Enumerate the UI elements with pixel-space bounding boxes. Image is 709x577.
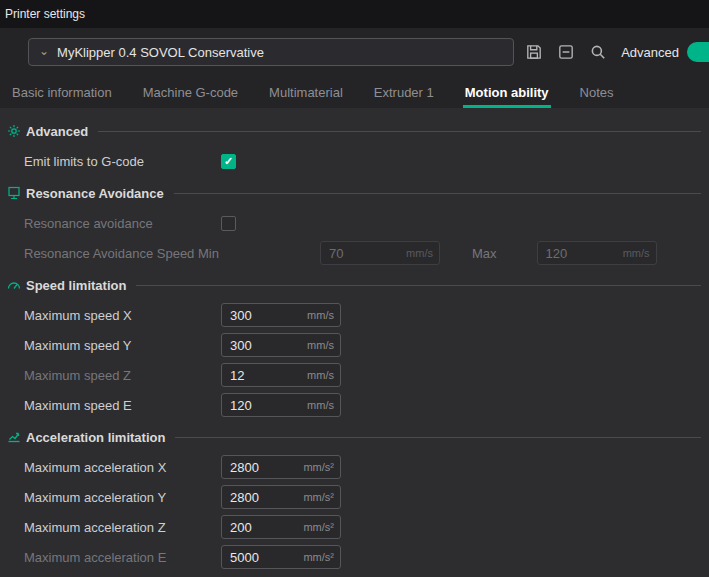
input-unit: mm/s² (303, 521, 340, 533)
printer-settings-window: Printer settings ⌄ MyKlipper 0.4 SOVOL C… (0, 0, 709, 577)
section-rule (175, 437, 701, 438)
input-value: 2800 (222, 460, 303, 475)
input-value: 300 (222, 338, 307, 353)
input-unit: mm/s² (303, 461, 340, 473)
section-title: Speed limitation (26, 278, 126, 293)
input-unit: mm/s (307, 369, 340, 381)
section-title: Resonance Avoidance (26, 186, 164, 201)
input-unit: mm/s² (303, 491, 340, 503)
preset-name: MyKlipper 0.4 SOVOL Conservative (57, 45, 264, 60)
setting-row-max-speed-y: Maximum speed Y 300 mm/s (0, 330, 701, 360)
input-value: 70 (321, 246, 406, 261)
section-speed-limitation: Speed limitation (0, 272, 701, 298)
setting-row-emit-limits: Emit limits to G-code (0, 146, 701, 176)
resonance-speed-max-input[interactable]: 120 mm/s (537, 241, 657, 265)
setting-label: Maximum speed Z (24, 368, 221, 383)
tab-machine-gcode[interactable]: Machine G-code (141, 85, 240, 108)
setting-row-resonance-avoidance: Resonance avoidance (0, 208, 701, 238)
section-rule (174, 193, 701, 194)
setting-label-text: Resonance Avoidance Speed (24, 246, 194, 261)
setting-row-max-accel-y: Maximum acceleration Y 2800 mm/s² (0, 482, 701, 512)
minus-square-icon (557, 43, 575, 61)
tabbar: Basic information Machine G-code Multima… (0, 76, 709, 108)
max-speed-e-input[interactable]: 120 mm/s (221, 393, 341, 417)
max-speed-z-input[interactable]: 12 mm/s (221, 363, 341, 387)
max-speed-x-input[interactable]: 300 mm/s (221, 303, 341, 327)
setting-label: Maximum acceleration X (24, 460, 221, 475)
max-accel-y-input[interactable]: 2800 mm/s² (221, 485, 341, 509)
section-acceleration-limitation: Acceleration limitation (0, 424, 701, 450)
setting-label: Emit limits to G-code (24, 154, 221, 169)
section-title: Advanced (26, 124, 88, 139)
advanced-mode-label: Advanced (621, 45, 679, 60)
printer-icon (6, 185, 22, 201)
max-speed-y-input[interactable]: 300 mm/s (221, 333, 341, 357)
save-icon (525, 43, 543, 61)
max-accel-x-input[interactable]: 2800 mm/s² (221, 455, 341, 479)
min-label: Min (198, 246, 219, 261)
max-accel-z-input[interactable]: 200 mm/s² (221, 515, 341, 539)
settings-content: Advanced Emit limits to G-code Resonance… (0, 108, 709, 577)
input-value: 120 (222, 398, 307, 413)
section-resonance-avoidance: Resonance Avoidance (0, 180, 701, 206)
chevron-down-icon: ⌄ (39, 45, 49, 57)
input-unit: mm/s (307, 309, 340, 321)
setting-row-max-accel-x: Maximum acceleration X 2800 mm/s² (0, 452, 701, 482)
tab-extruder-1[interactable]: Extruder 1 (372, 85, 436, 108)
resonance-speed-min-input[interactable]: 70 mm/s (320, 241, 440, 265)
setting-label: Resonance avoidance (24, 216, 221, 231)
section-title: Acceleration limitation (26, 430, 165, 445)
setting-row-max-accel-z: Maximum acceleration Z 200 mm/s² (0, 512, 701, 542)
input-unit: mm/s² (303, 551, 340, 563)
input-value: 2800 (222, 490, 303, 505)
setting-label: Maximum acceleration E (24, 550, 221, 565)
save-preset-button[interactable] (523, 40, 546, 64)
setting-label: Maximum acceleration Z (24, 520, 221, 535)
delete-preset-button[interactable] (555, 40, 578, 64)
setting-label: Maximum acceleration Y (24, 490, 221, 505)
tab-basic-information[interactable]: Basic information (10, 85, 114, 108)
input-unit: mm/s (307, 339, 340, 351)
setting-row-max-speed-x: Maximum speed X 300 mm/s (0, 300, 701, 330)
setting-label: Maximum speed X (24, 308, 221, 323)
input-value: 5000 (222, 550, 303, 565)
section-rule (98, 131, 701, 132)
emit-limits-checkbox[interactable] (221, 154, 236, 169)
top-band: ⌄ MyKlipper 0.4 SOVOL Conservative (0, 28, 709, 108)
input-unit: mm/s (307, 399, 340, 411)
titlebar: Printer settings (0, 0, 709, 28)
input-unit: mm/s (406, 247, 439, 259)
speedometer-icon (6, 277, 22, 293)
setting-row-max-accel-e: Maximum acceleration E 5000 mm/s² (0, 542, 701, 572)
accelerometer-icon (6, 429, 22, 445)
preset-combobox[interactable]: ⌄ MyKlipper 0.4 SOVOL Conservative (28, 38, 514, 66)
section-rule (136, 285, 701, 286)
input-value: 300 (222, 308, 307, 323)
input-value: 12 (222, 368, 307, 383)
section-advanced: Advanced (0, 118, 701, 144)
max-accel-e-input[interactable]: 5000 mm/s² (221, 545, 341, 569)
setting-label: Maximum speed Y (24, 338, 221, 353)
setting-row-max-speed-z: Maximum speed Z 12 mm/s (0, 360, 701, 390)
setting-label: Resonance Avoidance Speed Min (24, 246, 320, 261)
toolbar: ⌄ MyKlipper 0.4 SOVOL Conservative (0, 28, 709, 76)
max-label: Max (472, 246, 497, 261)
setting-row-resonance-speed: Resonance Avoidance Speed Min 70 mm/s Ma… (0, 238, 701, 268)
input-unit: mm/s (623, 247, 656, 259)
tab-notes[interactable]: Notes (578, 85, 616, 108)
setting-label: Maximum speed E (24, 398, 221, 413)
gear-icon (6, 123, 22, 139)
tab-motion-ability[interactable]: Motion ability (463, 85, 551, 108)
setting-row-max-speed-e: Maximum speed E 120 mm/s (0, 390, 701, 420)
search-icon (589, 43, 607, 61)
resonance-avoidance-checkbox[interactable] (221, 216, 236, 231)
search-button[interactable] (586, 40, 609, 64)
tab-multimaterial[interactable]: Multimaterial (267, 85, 345, 108)
input-value: 120 (538, 246, 623, 261)
window-title: Printer settings (5, 7, 85, 21)
input-value: 200 (222, 520, 303, 535)
advanced-mode-toggle[interactable] (687, 42, 709, 62)
